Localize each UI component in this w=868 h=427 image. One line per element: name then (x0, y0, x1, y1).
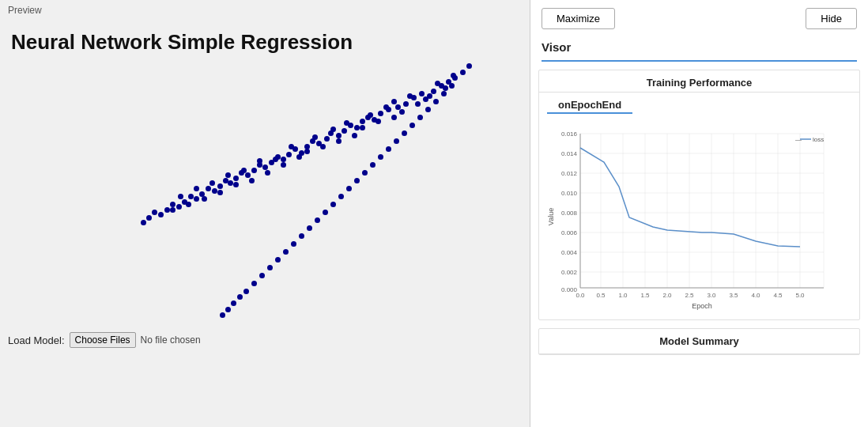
scatter-dot (257, 158, 262, 164)
training-performance-title: Training Performance (539, 70, 859, 93)
scatter-dot (188, 194, 194, 199)
scatter-dot (312, 134, 318, 140)
scatter-dot (360, 119, 365, 124)
scatter-dot (265, 170, 270, 176)
scatter-dot (409, 123, 415, 128)
scatter-dot (283, 249, 289, 255)
scatter-dot (262, 164, 268, 170)
svg-text:0.014: 0.014 (561, 150, 578, 157)
model-summary-title: Model Summary (539, 329, 859, 354)
scatter-dot (241, 168, 247, 173)
scatter-dot (307, 225, 312, 231)
scatter-plot (8, 55, 522, 324)
scatter-dot (245, 172, 251, 178)
load-model-label: Load Model: (8, 334, 65, 346)
chart-container: 0.000 0.002 0.004 0.006 0.008 0.010 0.01… (539, 119, 859, 319)
scatter-dot (323, 210, 328, 215)
scatter-dot (399, 109, 405, 115)
scatter-dot (346, 186, 352, 191)
svg-text:0.010: 0.010 (561, 190, 578, 197)
scatter-dot (289, 144, 294, 149)
svg-text:0.008: 0.008 (561, 210, 578, 217)
scatter-dot (281, 162, 286, 168)
scatter-dot (251, 281, 257, 286)
visor-label: Visor (530, 37, 868, 60)
model-summary-section: Model Summary (538, 328, 860, 355)
scatter-dot (243, 289, 249, 294)
svg-text:0.012: 0.012 (561, 170, 578, 177)
scatter-dot (170, 207, 175, 213)
scatter-dot (164, 207, 170, 213)
svg-text:0.004: 0.004 (561, 249, 578, 256)
svg-text:4.5: 4.5 (773, 292, 783, 299)
scatter-dot (324, 136, 330, 142)
svg-text:1.5: 1.5 (640, 292, 650, 299)
svg-text:0.0: 0.0 (576, 292, 585, 299)
scatter-dot (403, 101, 409, 107)
svg-text:4.0: 4.0 (751, 292, 760, 299)
scatter-dot (141, 220, 146, 225)
scatter-dot (360, 125, 365, 130)
svg-text:0.016: 0.016 (561, 130, 578, 138)
right-panel: Maximize Hide Visor Training Performance… (530, 0, 868, 427)
scatter-dot (328, 130, 334, 136)
scatter-dot (176, 204, 182, 210)
scatter-dot (299, 233, 304, 239)
svg-text:loss: loss (813, 136, 824, 143)
scatter-dot (225, 172, 231, 178)
on-epoch-end-label: onEpochEnd (547, 93, 632, 114)
svg-text:1.0: 1.0 (618, 292, 628, 299)
svg-text:5.0: 5.0 (795, 292, 805, 299)
training-chart: 0.000 0.002 0.004 0.006 0.008 0.010 0.01… (547, 122, 840, 312)
scatter-dot (231, 300, 236, 306)
choose-files-button[interactable]: Choose Files (70, 332, 136, 348)
scatter-dot (443, 85, 448, 91)
scatter-dot (330, 202, 336, 207)
scatter-dot (186, 202, 191, 207)
scatter-dot (228, 180, 233, 186)
scatter-dot (435, 81, 440, 86)
hide-button[interactable]: Hide (806, 8, 857, 29)
scatter-dot (320, 144, 326, 149)
scatter-dot (233, 176, 239, 181)
scatter-dot (376, 119, 381, 124)
svg-text:2.5: 2.5 (685, 292, 694, 299)
scatter-dot (391, 99, 397, 104)
scatter-dot (391, 115, 397, 120)
scatter-dot (194, 196, 199, 202)
scatter-dot (419, 91, 425, 96)
svg-text:0.5: 0.5 (596, 292, 606, 299)
scatter-dot (451, 73, 456, 78)
svg-text:Epoch: Epoch (692, 302, 712, 310)
scatter-dot (344, 120, 349, 126)
scatter-dot (378, 111, 383, 116)
scatter-dot (202, 196, 207, 202)
scatter-dot (402, 130, 407, 136)
maximize-button[interactable]: Maximize (542, 8, 615, 29)
top-buttons: Maximize Hide (530, 0, 868, 37)
left-panel: Preview Neural Network Simple Regression… (0, 0, 530, 427)
scatter-dot (441, 91, 447, 96)
svg-text:0.002: 0.002 (561, 269, 578, 276)
scatter-dot (423, 96, 428, 102)
scatter-dot (304, 149, 310, 154)
scatter-dot (386, 146, 391, 152)
scatter-dot (267, 265, 273, 270)
svg-text:0.006: 0.006 (561, 229, 578, 236)
scatter-dot (336, 133, 342, 138)
scatter-dot (352, 133, 357, 138)
no-file-text: No file chosen (141, 334, 201, 346)
scatter-dot (407, 93, 413, 99)
scatter-dot (206, 186, 211, 191)
scatter-dot (223, 178, 228, 183)
scatter-dot (368, 112, 373, 118)
preview-label: Preview (8, 5, 42, 16)
svg-text:Value: Value (547, 208, 555, 225)
scatter-dot (415, 101, 421, 107)
scatter-dot (394, 138, 399, 144)
scatter-dot (251, 168, 257, 173)
svg-text:2.0: 2.0 (662, 292, 672, 299)
training-performance-section: Training Performance onEpochEnd (538, 70, 860, 320)
scatter-dot (170, 202, 175, 207)
scatter-dot (362, 170, 368, 176)
